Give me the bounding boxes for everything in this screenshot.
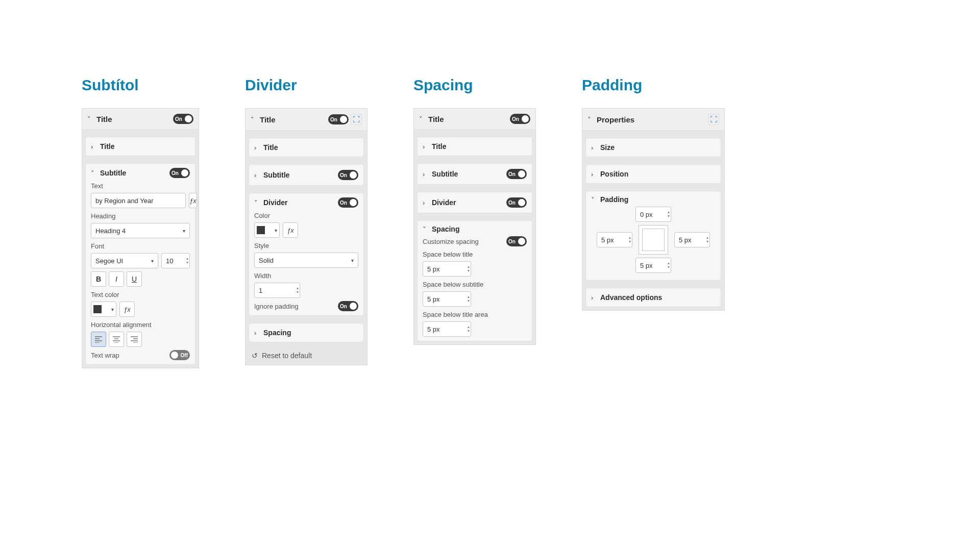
panel-spacing: ˅ Title On › Title › Subtitle On	[413, 108, 536, 345]
section-properties-header[interactable]: ˅ Properties ⛶	[582, 109, 724, 131]
size-subsection[interactable]: › Size	[585, 138, 721, 157]
width-input[interactable]: 1 ▴▾	[254, 283, 300, 298]
below-area-label: Space below title area	[423, 311, 527, 318]
below-area-input[interactable]: 5 px ▴▾	[423, 321, 471, 337]
heading-label: Heading	[91, 212, 190, 220]
spinner-icon: ▴▾	[706, 236, 708, 244]
alignment-label: Horizontal alignment	[91, 321, 190, 329]
align-left-button[interactable]	[91, 332, 106, 347]
fx-icon: ƒx	[189, 197, 197, 205]
ignore-padding-label: Ignore padding	[254, 303, 299, 310]
title-subsection[interactable]: › Title	[249, 138, 364, 157]
heading-spacing: Spacing	[413, 77, 536, 94]
spacing-subsection[interactable]: › Spacing	[249, 323, 364, 342]
reset-to-default[interactable]: ↺ Reset to default	[246, 346, 367, 365]
subtitle-text-input[interactable]	[91, 193, 186, 208]
capture-icon[interactable]: ⛶	[351, 114, 362, 125]
spinner-icon: ▴▾	[629, 236, 631, 244]
chevron-right-icon: ›	[591, 170, 597, 178]
align-right-button[interactable]	[127, 332, 142, 347]
fx-button[interactable]: ƒx	[189, 193, 197, 208]
heading-divider: Divider	[245, 77, 368, 94]
heading-subtitol: Subtítol	[82, 77, 199, 94]
heading-select[interactable]: Heading 4 ▾	[91, 223, 190, 238]
spacing-header[interactable]: ˅ Spacing	[423, 225, 527, 233]
capture-icon[interactable]: ⛶	[708, 114, 719, 125]
spinner-icon: ▴▾	[668, 210, 670, 218]
chevron-right-icon: ›	[591, 294, 597, 302]
subtitle-header[interactable]: ˅ Subtitle On	[91, 168, 190, 178]
chevron-right-icon: ›	[423, 199, 429, 207]
subtitle-toggle[interactable]: On	[506, 169, 527, 179]
position-subsection[interactable]: › Position	[585, 164, 721, 184]
font-label: Font	[91, 242, 190, 250]
divider-header[interactable]: ˅ Divider On	[254, 197, 358, 208]
panel-subtitol: ˅ Title On › Title ˅ Subtitle On	[82, 108, 199, 368]
chevron-right-icon: ›	[423, 170, 429, 178]
chevron-right-icon: ›	[254, 329, 260, 337]
style-label: Style	[254, 242, 358, 249]
below-subtitle-input[interactable]: 5 px ▴▾	[423, 291, 471, 307]
chevron-right-icon: ›	[91, 143, 97, 151]
below-title-input[interactable]: 5 px ▴▾	[423, 261, 471, 277]
chevron-down-icon: ˅	[254, 199, 260, 207]
padding-top-input[interactable]: 0 px ▴▾	[635, 207, 671, 222]
chevron-right-icon: ›	[254, 171, 260, 179]
customize-spacing-toggle[interactable]: On	[506, 236, 527, 246]
divider-toggle[interactable]: On	[338, 197, 358, 208]
divider-color-picker[interactable]: ▾	[254, 222, 280, 238]
column-padding: Padding ˅ Properties ⛶ › Size › Position	[582, 77, 725, 311]
align-left-icon	[94, 336, 103, 343]
chevron-down-icon: ˅	[423, 226, 429, 233]
padding-left-input[interactable]: 5 px ▴▾	[597, 232, 632, 247]
padding-header[interactable]: ˅ Padding	[591, 195, 716, 204]
customize-spacing-label: Customize spacing	[423, 238, 479, 245]
color-swatch-icon	[257, 226, 265, 234]
underline-button[interactable]: U	[127, 271, 142, 287]
caret-down-icon: ▾	[183, 228, 185, 234]
style-select[interactable]: Solid ▾	[254, 253, 358, 268]
title-subsection[interactable]: › Title	[85, 137, 195, 156]
padding-right-input[interactable]: 5 px ▴▾	[674, 232, 710, 247]
font-select[interactable]: Segoe UI ▾	[91, 253, 158, 268]
divider-toggle[interactable]: On	[506, 197, 527, 208]
italic-button[interactable]: I	[109, 271, 124, 287]
subtitle-subsection[interactable]: › Subtitle On	[417, 163, 532, 185]
text-color-picker[interactable]: ▾	[91, 302, 116, 317]
title-toggle[interactable]: On	[328, 114, 349, 124]
title-toggle[interactable]: On	[173, 114, 193, 124]
subtitle-toggle[interactable]: On	[338, 170, 358, 180]
divider-subsection[interactable]: › Divider On	[417, 192, 532, 213]
italic-icon: I	[115, 275, 117, 283]
fx-button[interactable]: ƒx	[119, 302, 135, 317]
section-title-header[interactable]: ˅ Title On ⛶	[246, 109, 367, 131]
padding-subsection: ˅ Padding 0 px ▴▾ 5 px ▴▾	[585, 191, 721, 281]
spacing-subsection: ˅ Spacing Customize spacing On Space bel…	[417, 220, 532, 341]
text-wrap-toggle[interactable]: Off	[169, 350, 190, 360]
padding-bottom-input[interactable]: 5 px ▴▾	[635, 258, 671, 273]
subtitle-subsection[interactable]: › Subtitle On	[249, 164, 364, 186]
title-subsection[interactable]: › Title	[417, 137, 532, 156]
ignore-padding-toggle[interactable]: On	[338, 301, 358, 311]
fx-button[interactable]: ƒx	[283, 222, 298, 238]
width-label: Width	[254, 272, 358, 280]
advanced-options-subsection[interactable]: › Advanced options	[585, 288, 721, 307]
font-size-input[interactable]: 10 ▴▾	[161, 253, 190, 268]
below-title-label: Space below title	[423, 251, 527, 258]
align-center-button[interactable]	[109, 332, 124, 347]
chevron-down-icon: ˅	[251, 116, 257, 123]
subtitle-subsection: ˅ Subtitle On Text ƒx Heading Heading 4 …	[85, 163, 195, 365]
chevron-right-icon: ›	[591, 144, 597, 152]
heading-padding: Padding	[582, 77, 725, 94]
fx-icon: ƒx	[287, 227, 294, 234]
bold-button[interactable]: B	[91, 271, 106, 287]
section-title-header[interactable]: ˅ Title On	[414, 109, 535, 130]
spinner-icon: ▴▾	[668, 261, 670, 269]
caret-down-icon: ▾	[151, 258, 154, 264]
divider-subsection: ˅ Divider On Color ▾ ƒx Style Solid	[249, 193, 364, 316]
spinner-icon: ▴▾	[468, 295, 470, 303]
section-title-header[interactable]: ˅ Title On	[82, 109, 199, 130]
subtitle-toggle[interactable]: On	[169, 168, 190, 178]
bold-icon: B	[96, 275, 101, 283]
title-toggle[interactable]: On	[510, 114, 530, 124]
